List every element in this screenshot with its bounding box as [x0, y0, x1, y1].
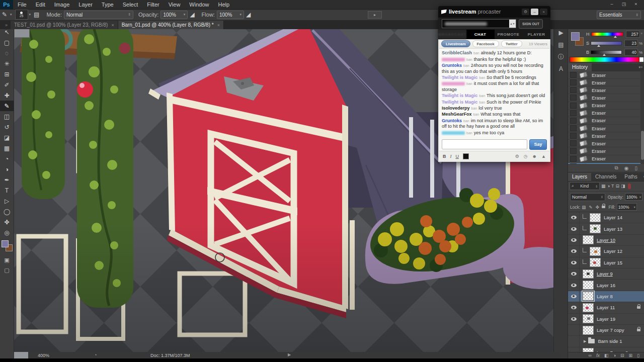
brightness-slider[interactable] — [591, 50, 622, 54]
pen-tool[interactable]: ✒ — [0, 174, 14, 185]
layer-row[interactable]: Layer 11 — [568, 302, 644, 313]
tab-channels[interactable]: Channels — [591, 173, 620, 181]
info-panel-icon[interactable]: ⓘ — [554, 51, 568, 63]
menu-filter[interactable]: Filter — [142, 0, 164, 9]
airbrush-icon[interactable]: ◢ — [244, 11, 253, 18]
filter-type-icon[interactable]: T — [611, 184, 614, 189]
healing-brush-tool[interactable]: ✚ — [0, 90, 14, 101]
saturation-slider[interactable] — [591, 41, 622, 45]
new-document-from-state-icon[interactable]: ⧉ — [615, 165, 618, 171]
menu-edit[interactable]: Edit — [31, 0, 50, 9]
chat-input[interactable] — [442, 139, 527, 149]
toggle-brush-panel-icon[interactable]: ▤ — [32, 11, 41, 18]
layer-row[interactable]: Layer 9 — [568, 268, 644, 280]
collapse-arrow-icon[interactable]: ▲ — [541, 154, 546, 159]
layer-blend-mode-select[interactable]: Normal⇕ — [570, 193, 605, 201]
ban-link[interactable]: ban — [463, 64, 469, 67]
dodge-tool[interactable]: ◑ — [0, 164, 14, 174]
link-layers-icon[interactable]: ∞ — [589, 353, 592, 358]
history-step[interactable]: Eraser — [568, 79, 644, 86]
ban-link[interactable]: ban — [466, 131, 472, 135]
ban-link[interactable]: ban — [479, 101, 485, 104]
layer-row[interactable]: Layer 15 — [568, 257, 644, 268]
tab-facebook-chat[interactable]: Facebook — [472, 40, 499, 47]
quick-selection-tool[interactable]: ✳ — [0, 58, 14, 69]
tab-player[interactable]: PLAYER — [522, 30, 550, 39]
brightness-value[interactable]: 40 — [624, 49, 638, 56]
history-scrollbar[interactable] — [640, 71, 644, 164]
lock-transparency-icon[interactable]: ▨ — [582, 205, 586, 210]
history-step[interactable]: Eraser — [568, 94, 644, 102]
menu-image[interactable]: Image — [50, 0, 74, 9]
close-button[interactable]: × — [630, 0, 642, 8]
new-snapshot-icon[interactable]: ◉ — [624, 165, 629, 171]
history-step[interactable]: Eraser — [568, 147, 644, 155]
minimize-button[interactable]: – — [531, 9, 538, 15]
gear-icon[interactable]: ⚙ — [515, 154, 519, 159]
tab-promote[interactable]: PROMOTE — [495, 30, 523, 39]
layer-row[interactable]: Layer 16 — [568, 280, 644, 291]
history-step[interactable]: Eraser — [568, 140, 644, 147]
zoom-level-field[interactable]: 400% — [38, 353, 49, 358]
blend-mode-select[interactable]: Normal⇕ — [64, 11, 133, 19]
layer-row[interactable]: Layer 12 — [568, 246, 644, 257]
minimize-button[interactable]: – — [606, 0, 618, 8]
brush-tool[interactable]: ✎ — [0, 101, 14, 111]
layer-row[interactable]: Layer 7 copy 2 — [568, 347, 644, 352]
layer-fill-select[interactable]: 100%▾ — [617, 203, 637, 211]
history-step[interactable]: Eraser — [568, 71, 644, 79]
history-step[interactable]: Eraser — [568, 117, 644, 125]
tab-test01[interactable]: TEST_01.psd @ 100% (Layer 23, RGB/8) × — [11, 21, 118, 29]
brush-tool-icon[interactable]: ✎ — [0, 11, 9, 18]
sign-out-button[interactable]: SIGN OUT — [519, 19, 543, 29]
menu-window[interactable]: Window — [185, 0, 213, 9]
filter-toggle[interactable] — [628, 184, 631, 189]
history-step[interactable]: Eraser — [568, 132, 644, 140]
filter-pixel-icon[interactable]: ▦ — [601, 184, 606, 189]
stepper-icon[interactable]: ▲▼ — [509, 20, 516, 28]
menu-layer[interactable]: Layer — [74, 0, 97, 9]
tab-history[interactable]: History — [568, 63, 592, 71]
type-tool[interactable]: T — [0, 185, 14, 196]
opacity-select[interactable]: 100%▾ — [160, 11, 188, 19]
pressure-opacity-icon[interactable]: ◢ — [188, 11, 196, 18]
quick-mask-button[interactable]: ▣ — [0, 255, 14, 264]
tab-paths[interactable]: Paths — [620, 173, 641, 181]
layer-mask-icon[interactable]: ◧ — [604, 353, 609, 358]
layer-style-icon[interactable]: fx — [596, 353, 600, 358]
menu-view[interactable]: View — [164, 0, 185, 9]
filter-shape-icon[interactable]: ⊟ — [615, 184, 619, 189]
shape-tool[interactable]: ◯ — [0, 206, 14, 217]
path-selection-tool[interactable]: ▷ — [0, 196, 14, 206]
foreground-color-swatch[interactable] — [571, 32, 580, 41]
crop-tool[interactable]: ⊞ — [0, 69, 14, 79]
filter-adjustment-icon[interactable]: ◑ — [607, 184, 610, 189]
color-spectrum-ramp[interactable] — [570, 57, 640, 62]
ban-link[interactable]: ban — [466, 58, 472, 61]
history-source-checkbox[interactable] — [570, 72, 577, 78]
lock-all-icon[interactable] — [602, 206, 605, 208]
close-icon[interactable]: × — [111, 23, 114, 28]
ban-link[interactable]: ban — [479, 76, 485, 79]
tab-twitter-chat[interactable]: Twitter — [501, 40, 522, 47]
settings-gear-icon[interactable]: ⚙ — [522, 9, 529, 15]
clone-stamp-tool[interactable]: ◫ — [0, 111, 14, 122]
history-step[interactable]: Eraser — [568, 110, 644, 117]
layer-group-row[interactable]: ▶ Barn side 1 — [568, 336, 644, 347]
layer-opacity-select[interactable]: 100%▾ — [625, 193, 642, 201]
lock-position-icon[interactable]: ✜ — [595, 205, 599, 210]
hue-slider[interactable] — [591, 32, 624, 36]
layer-row-selected[interactable]: Layer 8 — [568, 291, 644, 302]
marquee-tool[interactable]: ▢ — [0, 37, 14, 48]
panel-menu-icon[interactable]: ▾≡ — [636, 63, 644, 71]
lasso-tool[interactable]: ◌ — [0, 48, 14, 58]
menu-type[interactable]: Type — [97, 0, 118, 9]
panel-menu-icon[interactable]: ▾≡ — [641, 173, 644, 181]
italic-button[interactable]: I — [450, 154, 452, 159]
history-brush-tool[interactable]: ↺ — [0, 122, 14, 132]
ban-link[interactable]: ban — [479, 94, 485, 98]
white-swatch[interactable] — [639, 57, 644, 62]
ban-link[interactable]: ban — [473, 51, 479, 55]
layer-row[interactable]: Layer 19 — [568, 314, 644, 325]
layer-row[interactable]: Layer 10 — [568, 235, 644, 246]
